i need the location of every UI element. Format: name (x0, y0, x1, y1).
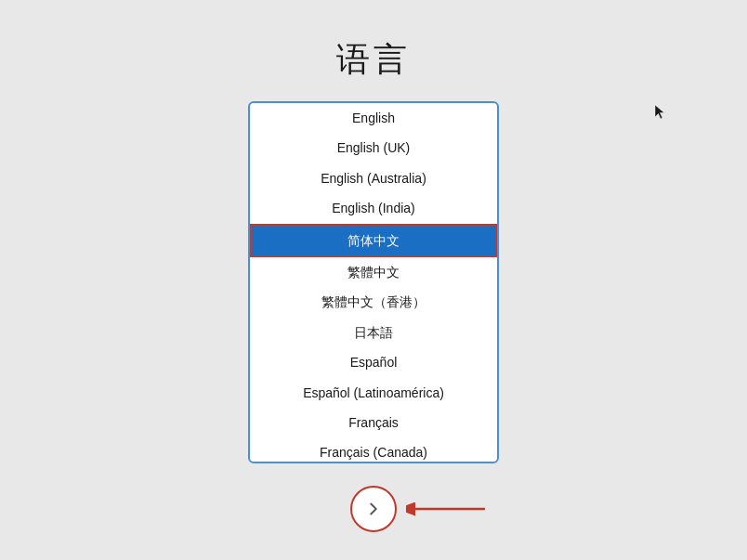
language-item-spanish-latam[interactable]: Español (Latinoamérica) (250, 378, 497, 408)
language-item-english-uk[interactable]: English (UK) (250, 133, 497, 163)
language-item-simplified-chinese[interactable]: 简体中文 (250, 224, 497, 257)
language-item-french-canada[interactable]: Français (Canada) (250, 437, 497, 462)
language-item-traditional-chinese-hk[interactable]: 繁體中文（香港） (250, 287, 497, 317)
language-item-english-in[interactable]: English (India) (250, 193, 497, 223)
language-item-english[interactable]: English (250, 103, 497, 133)
page-title: 语言 (336, 37, 411, 83)
language-item-spanish[interactable]: Español (250, 347, 497, 377)
cursor (654, 104, 665, 121)
language-item-japanese[interactable]: 日本語 (250, 318, 497, 347)
arrow-right-icon (363, 499, 384, 519)
language-item-english-au[interactable]: English (Australia) (250, 163, 497, 193)
language-list-container: EnglishEnglish (UK)English (Australia)En… (248, 101, 499, 463)
next-button[interactable] (350, 486, 397, 532)
bottom-area (350, 486, 397, 532)
arrow-indicator (406, 495, 490, 523)
language-item-traditional-chinese[interactable]: 繁體中文 (250, 257, 497, 287)
language-item-french[interactable]: Français (250, 408, 497, 437)
language-list[interactable]: EnglishEnglish (UK)English (Australia)En… (250, 103, 497, 462)
pointing-arrow-icon (406, 495, 490, 523)
